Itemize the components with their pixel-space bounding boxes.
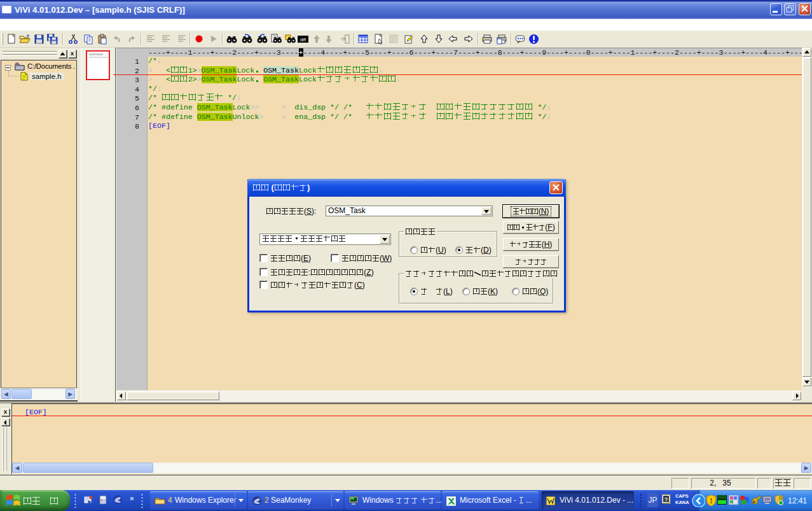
svg-text:!: ! <box>710 496 713 505</box>
svg-text:diff: diff <box>300 38 306 42</box>
svg-text:?: ? <box>664 496 668 503</box>
